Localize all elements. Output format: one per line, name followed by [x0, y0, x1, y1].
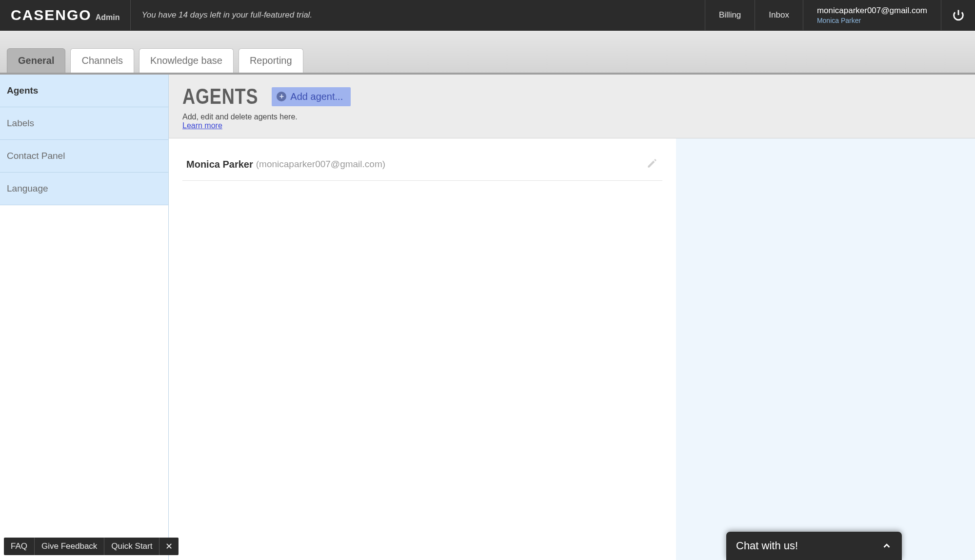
chat-label: Chat with us! [736, 540, 798, 552]
tab-knowledge-base[interactable]: Knowledge base [139, 48, 234, 73]
logo-subtitle: Admin [96, 13, 120, 22]
bottom-bar: FAQ Give Feedback Quick Start ✕ [4, 538, 179, 555]
bottom-faq[interactable]: FAQ [4, 538, 35, 555]
add-agent-label: Add agent... [290, 91, 343, 102]
bottom-give-feedback[interactable]: Give Feedback [35, 538, 104, 555]
chevron-up-icon [881, 541, 892, 551]
sidebar: Agents Labels Contact Panel Language [0, 75, 169, 560]
learn-more-link[interactable]: Learn more [182, 121, 222, 130]
agent-name: Monica Parker [186, 159, 253, 170]
user-menu[interactable]: monicaparker007@gmail.com Monica Parker [803, 0, 941, 30]
plus-icon: + [277, 92, 286, 101]
logout-button[interactable] [941, 0, 975, 30]
add-agent-button[interactable]: + Add agent... [272, 87, 351, 106]
sidebar-item-labels[interactable]: Labels [0, 107, 168, 140]
tab-general[interactable]: General [7, 48, 65, 73]
user-name: Monica Parker [817, 17, 927, 24]
nav-billing[interactable]: Billing [705, 0, 755, 30]
page-header: AGENTS + Add agent... Add, edit and dele… [169, 75, 975, 138]
sidebar-item-agents[interactable]: Agents [0, 75, 168, 107]
sidebar-item-contact-panel[interactable]: Contact Panel [0, 140, 168, 173]
page-subtitle: Add, edit and delete agents here. [182, 113, 961, 121]
bottom-quick-start[interactable]: Quick Start [104, 538, 159, 555]
nav-inbox[interactable]: Inbox [755, 0, 803, 30]
agent-list: Monica Parker (monicaparker007@gmail.com… [169, 138, 676, 560]
chat-widget[interactable]: Chat with us! [726, 532, 902, 560]
trial-message: You have 14 days left in your full-featu… [131, 0, 705, 30]
user-email: monicaparker007@gmail.com [817, 6, 927, 16]
sidebar-item-language[interactable]: Language [0, 173, 168, 205]
main: AGENTS + Add agent... Add, edit and dele… [169, 75, 975, 560]
tab-strip: General Channels Knowledge base Reportin… [0, 31, 975, 75]
agent-email: (monicaparker007@gmail.com) [256, 159, 385, 170]
body: Agents Labels Contact Panel Language AGE… [0, 75, 975, 560]
logo-area[interactable]: CASENGO Admin [0, 0, 131, 30]
agent-row[interactable]: Monica Parker (monicaparker007@gmail.com… [182, 157, 662, 181]
edit-agent-button[interactable] [646, 157, 658, 172]
tab-reporting[interactable]: Reporting [239, 48, 303, 73]
main-content: Monica Parker (monicaparker007@gmail.com… [169, 138, 975, 560]
edit-icon [646, 157, 658, 170]
bottom-close-button[interactable]: ✕ [159, 541, 179, 552]
logo-text: CASENGO [11, 7, 92, 23]
power-icon [952, 8, 965, 22]
tab-channels[interactable]: Channels [70, 48, 134, 73]
page-title: AGENTS [182, 84, 258, 109]
top-bar: CASENGO Admin You have 14 days left in y… [0, 0, 975, 31]
